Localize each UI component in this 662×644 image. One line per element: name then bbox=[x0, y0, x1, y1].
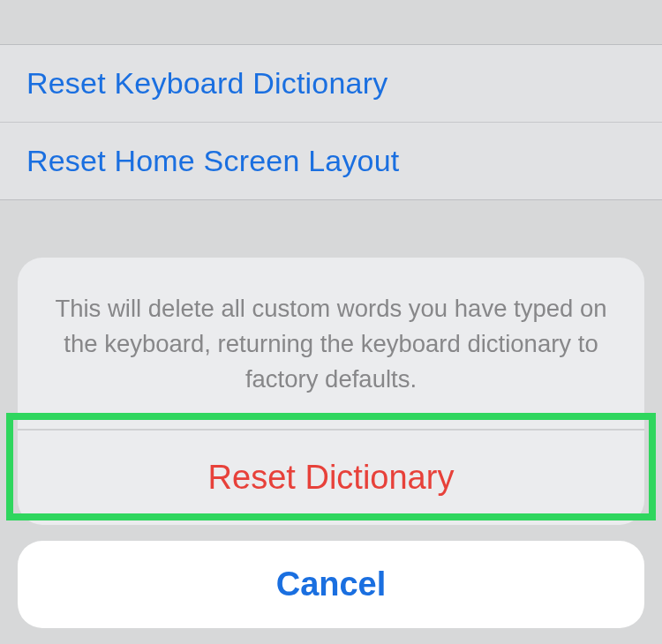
row-label: Reset Home Screen Layout bbox=[26, 144, 399, 177]
reset-keyboard-dictionary-row[interactable]: Reset Keyboard Dictionary bbox=[0, 45, 662, 123]
settings-list: Reset Keyboard Dictionary Reset Home Scr… bbox=[0, 44, 662, 200]
reset-dictionary-button[interactable]: Reset Dictionary bbox=[18, 431, 644, 525]
action-sheet-container: This will delete all custom words you ha… bbox=[18, 258, 644, 628]
reset-home-screen-layout-row[interactable]: Reset Home Screen Layout bbox=[0, 123, 662, 200]
action-sheet-message: This will delete all custom words you ha… bbox=[18, 258, 644, 431]
action-sheet: This will delete all custom words you ha… bbox=[18, 258, 644, 525]
cancel-button[interactable]: Cancel bbox=[18, 541, 644, 628]
row-label: Reset Keyboard Dictionary bbox=[26, 66, 387, 100]
